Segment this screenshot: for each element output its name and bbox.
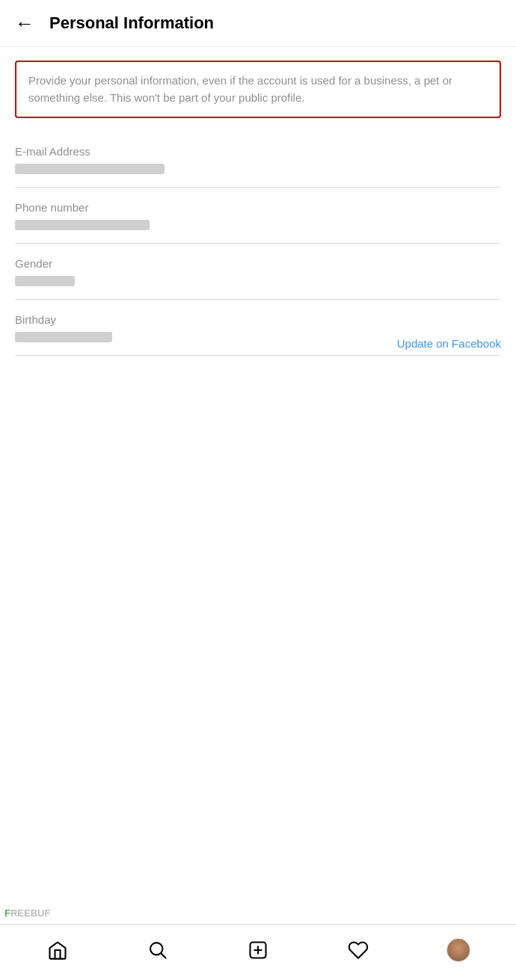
email-value — [15, 164, 501, 176]
page-title: Personal Information — [49, 13, 214, 33]
nav-home[interactable] — [39, 935, 76, 965]
birthday-field-section[interactable]: Birthday Update on Facebook — [0, 300, 516, 356]
update-facebook-link[interactable]: Update on Facebook — [397, 337, 501, 350]
email-blurred — [15, 164, 165, 174]
watermark-text: REEBUF — [10, 907, 50, 919]
nav-search[interactable] — [139, 935, 176, 965]
spacer — [0, 356, 516, 924]
phone-label: Phone number — [15, 201, 501, 214]
birthday-label: Birthday — [15, 313, 501, 326]
birthday-value — [15, 332, 112, 345]
phone-blurred — [15, 220, 150, 230]
phone-field-section[interactable]: Phone number — [0, 188, 516, 244]
phone-value — [15, 220, 501, 232]
nav-profile[interactable] — [440, 935, 477, 965]
watermark: FREEBUF — [0, 906, 55, 920]
birthday-blurred — [15, 332, 112, 342]
gender-label: Gender — [15, 257, 501, 270]
gender-value — [15, 276, 501, 289]
watermark-prefix: F — [4, 907, 10, 919]
email-field-section[interactable]: E-mail Address — [0, 132, 516, 188]
info-box: Provide your personal information, even … — [15, 61, 501, 118]
svg-line-1 — [161, 953, 165, 958]
bottom-nav — [0, 924, 516, 980]
back-button[interactable]: ← — [15, 13, 34, 33]
gender-field-section[interactable]: Gender — [0, 244, 516, 300]
gender-blurred — [15, 276, 75, 286]
nav-activity[interactable] — [340, 935, 377, 965]
header: ← Personal Information — [0, 0, 516, 47]
birthday-row: Update on Facebook — [15, 332, 501, 355]
info-box-text: Provide your personal information, even … — [28, 74, 452, 104]
nav-add[interactable] — [239, 935, 277, 965]
email-label: E-mail Address — [15, 145, 501, 158]
avatar — [446, 938, 470, 962]
avatar-image — [447, 939, 470, 961]
